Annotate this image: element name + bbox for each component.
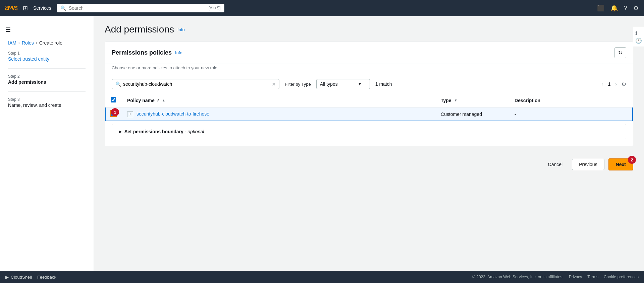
breadcrumb: IAM › Roles › Create role <box>0 37 94 51</box>
search-shortcut: [Alt+S] <box>209 6 221 10</box>
row-name-cell: + securityhub-cloudwatch-to-firehose <box>122 107 435 121</box>
card-subtitle: Choose one or more policies to attach to… <box>105 65 633 74</box>
sidebar: ☰ IAM › Roles › Create role Step 1 Selec… <box>0 16 94 271</box>
pagination-next-icon[interactable]: › <box>613 81 619 87</box>
cloudshell-icon: ▶ <box>5 275 9 280</box>
filter-type-select[interactable]: All types ▼ <box>316 79 370 89</box>
type-sort-icon: ▼ <box>454 98 458 102</box>
bottom-bar: ▶ CloudShell Feedback © 2023, Amazon Web… <box>0 271 644 283</box>
external-link-icon: ↗ <box>157 98 159 102</box>
filter-type-value: All types <box>320 81 338 87</box>
policy-search-input[interactable] <box>123 81 270 87</box>
search-box[interactable]: 🔍 [Alt+S] <box>57 4 224 12</box>
table-row: 1 + securityhub-cloudwatch-to-firehose C… <box>105 107 633 121</box>
policies-table: Policy name ↗ ▲ Type ▼ Description <box>105 94 633 121</box>
cancel-button[interactable]: Cancel <box>543 159 568 170</box>
perm-expand-icon: ▶ <box>119 129 122 134</box>
row-badge: 1 <box>111 108 119 116</box>
filter-dropdown-icon: ▼ <box>358 82 362 86</box>
breadcrumb-roles[interactable]: Roles <box>22 40 34 46</box>
pagination-prev-icon[interactable]: ‹ <box>600 81 605 87</box>
header-policy-name[interactable]: Policy name ↗ ▲ <box>122 94 435 107</box>
breadcrumb-current: Create role <box>39 40 62 46</box>
search-input[interactable] <box>69 5 206 11</box>
action-row: Cancel Previous Next 2 <box>105 152 633 174</box>
bottom-bar-right: © 2023, Amazon Web Services, Inc. or its… <box>472 275 639 279</box>
copyright-text: © 2023, Amazon Web Services, Inc. or its… <box>472 275 564 279</box>
row-checkbox-cell: 1 <box>105 107 122 121</box>
grid-icon[interactable]: ⊞ <box>23 4 28 12</box>
services-nav[interactable]: Services <box>33 5 51 11</box>
step-3-name: Name, review, and create <box>8 102 61 108</box>
refresh-button[interactable]: ↻ <box>614 47 626 58</box>
step-3-label: Step 3 <box>8 97 86 102</box>
step-2: Step 2 Add permissions <box>8 74 86 85</box>
header-type[interactable]: Type ▼ <box>435 94 509 107</box>
privacy-link[interactable]: Privacy <box>569 275 582 279</box>
next-badge-wrap: Next 2 <box>608 158 633 170</box>
terminal-icon[interactable]: ⬛ <box>597 4 604 12</box>
step-1: Step 1 Select trusted entity <box>8 51 86 62</box>
policy-name-link[interactable]: securityhub-cloudwatch-to-firehose <box>137 111 209 117</box>
row-type-cell: Customer managed <box>435 107 509 121</box>
header-description: Description <box>509 94 633 107</box>
permissions-boundary-header[interactable]: ▶ Set permissions boundary - optional <box>112 124 626 139</box>
header-checkbox-col <box>105 94 122 107</box>
match-count: 1 match <box>375 81 392 87</box>
card-info-link[interactable]: Info <box>175 50 182 55</box>
nav-icons: ⬛ 🔔 ? ⚙ <box>597 4 639 12</box>
main-content: Add permissions Info Permissions policie… <box>94 16 644 271</box>
top-navigation: ⊞ Services 🔍 [Alt+S] ⬛ 🔔 ? ⚙ <box>0 0 644 16</box>
next-badge: 2 <box>628 156 636 164</box>
breadcrumb-sep1: › <box>18 41 20 45</box>
page-info-link[interactable]: Info <box>177 27 185 32</box>
page-wrapper: ☰ IAM › Roles › Create role Step 1 Selec… <box>0 16 644 271</box>
previous-button[interactable]: Previous <box>572 159 604 170</box>
step-2-label: Step 2 <box>8 74 86 79</box>
side-info-icon[interactable]: ℹ <box>635 30 642 36</box>
aws-logo[interactable] <box>5 4 17 12</box>
search-clear-icon[interactable]: ✕ <box>272 81 276 87</box>
help-icon[interactable]: ? <box>624 5 627 12</box>
perm-title: Set permissions boundary - optional <box>124 129 204 134</box>
breadcrumb-iam[interactable]: IAM <box>8 40 16 46</box>
page-title-row: Add permissions Info <box>105 24 633 35</box>
side-clock-icon[interactable]: 🕐 <box>635 38 642 44</box>
sort-asc-icon: ▲ <box>162 98 165 102</box>
settings-icon[interactable]: ⚙ <box>633 4 639 12</box>
search-row: 🔍 ✕ Filter by Type All types ▼ 1 match ‹… <box>105 74 633 94</box>
cloudshell-label: CloudShell <box>11 275 32 280</box>
cloudshell-button[interactable]: ▶ CloudShell <box>5 275 32 280</box>
step-1-label: Step 1 <box>8 51 86 56</box>
bell-icon[interactable]: 🔔 <box>610 4 618 12</box>
feedback-link[interactable]: Feedback <box>37 275 56 280</box>
sidebar-toggle[interactable]: ☰ <box>0 23 94 37</box>
card-header: Permissions policies Info ↻ <box>105 42 633 64</box>
search-box-icon: 🔍 <box>115 81 121 87</box>
pagination-settings-icon[interactable]: ⚙ <box>622 81 626 87</box>
card-title: Permissions policies <box>112 49 172 56</box>
card-header-left: Permissions policies Info <box>112 49 182 56</box>
step-1-name[interactable]: Select trusted entity <box>8 56 49 62</box>
table-header: Policy name ↗ ▲ Type ▼ Description <box>105 94 633 107</box>
pagination: ‹ 1 › ⚙ <box>600 81 626 87</box>
step-3: Step 3 Name, review, and create <box>8 97 86 108</box>
permissions-boundary: ▶ Set permissions boundary - optional <box>112 124 626 139</box>
row-expand-button[interactable]: + <box>127 111 133 117</box>
side-tools: ℹ 🕐 <box>633 27 644 47</box>
cookie-link[interactable]: Cookie preferences <box>604 275 639 279</box>
search-icon: 🔍 <box>60 5 66 11</box>
badge-wrap: 1 <box>111 111 116 117</box>
pagination-number: 1 <box>608 81 611 87</box>
search-container: 🔍 ✕ <box>112 79 279 89</box>
filter-by-type-label: Filter by Type <box>285 82 311 87</box>
row-description-cell: - <box>509 107 633 121</box>
policies-card: Permissions policies Info ↻ Choose one o… <box>105 42 633 146</box>
steps-panel: Step 1 Select trusted entity Step 2 Add … <box>0 51 94 108</box>
page-title: Add permissions <box>105 24 174 35</box>
step-2-name: Add permissions <box>8 79 46 85</box>
table-body: 1 + securityhub-cloudwatch-to-firehose C… <box>105 107 633 121</box>
breadcrumb-sep2: › <box>36 41 37 45</box>
terms-link[interactable]: Terms <box>587 275 598 279</box>
select-all-checkbox[interactable] <box>111 97 116 102</box>
